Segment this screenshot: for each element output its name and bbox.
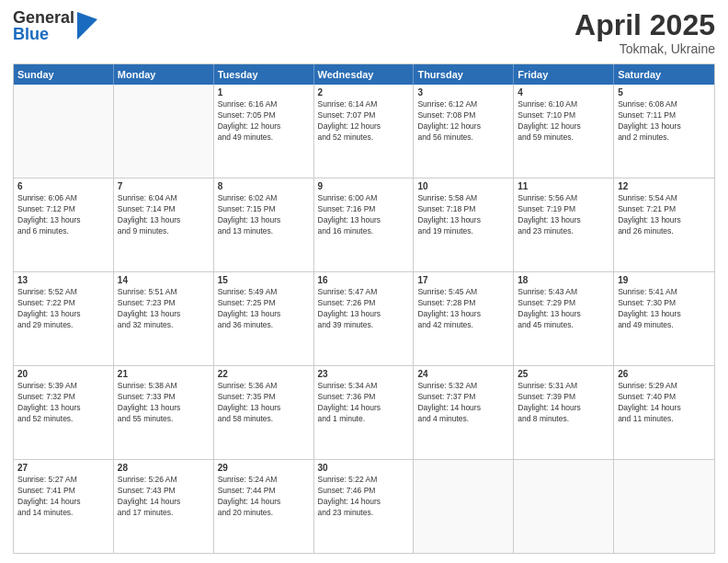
cell-info: Sunrise: 6:14 AM Sunset: 7:07 PM Dayligh… xyxy=(318,99,410,144)
cell-info: Sunrise: 5:24 AM Sunset: 7:44 PM Dayligh… xyxy=(218,475,310,519)
calendar-cell: 16Sunrise: 5:47 AM Sunset: 7:26 PM Dayli… xyxy=(314,272,415,365)
day-number: 2 xyxy=(318,87,410,98)
calendar-cell: 22Sunrise: 5:36 AM Sunset: 7:35 PM Dayli… xyxy=(214,366,314,459)
day-number: 26 xyxy=(618,369,711,379)
cell-info: Sunrise: 6:12 AM Sunset: 7:08 PM Dayligh… xyxy=(417,99,509,144)
day-number: 29 xyxy=(218,463,310,473)
calendar-cell: 27Sunrise: 5:27 AM Sunset: 7:41 PM Dayli… xyxy=(14,460,114,553)
calendar-cell: 17Sunrise: 5:45 AM Sunset: 7:28 PM Dayli… xyxy=(414,272,514,365)
calendar-cell: 19Sunrise: 5:41 AM Sunset: 7:30 PM Dayli… xyxy=(614,272,714,365)
calendar-cell: 15Sunrise: 5:49 AM Sunset: 7:25 PM Dayli… xyxy=(214,272,314,365)
day-number: 23 xyxy=(318,369,410,379)
cell-info: Sunrise: 5:56 AM Sunset: 7:19 PM Dayligh… xyxy=(518,193,609,237)
calendar-row: 6Sunrise: 6:06 AM Sunset: 7:12 PM Daylig… xyxy=(14,178,714,272)
title-location: Tokmak, Ukraine xyxy=(574,41,715,56)
cell-info: Sunrise: 5:54 AM Sunset: 7:21 PM Dayligh… xyxy=(618,193,711,237)
calendar-header: SundayMondayTuesdayWednesdayThursdayFrid… xyxy=(14,64,714,85)
day-number: 6 xyxy=(17,181,109,191)
calendar-cell: 18Sunrise: 5:43 AM Sunset: 7:29 PM Dayli… xyxy=(514,272,614,365)
calendar-cell: 12Sunrise: 5:54 AM Sunset: 7:21 PM Dayli… xyxy=(614,178,714,271)
calendar: SundayMondayTuesdayWednesdayThursdayFrid… xyxy=(13,63,715,554)
calendar-cell: 1Sunrise: 6:16 AM Sunset: 7:05 PM Daylig… xyxy=(214,85,314,178)
cell-info: Sunrise: 5:52 AM Sunset: 7:22 PM Dayligh… xyxy=(17,287,109,331)
day-number: 17 xyxy=(417,275,509,285)
calendar-cell: 4Sunrise: 6:10 AM Sunset: 7:10 PM Daylig… xyxy=(514,85,614,178)
calendar-cell: 3Sunrise: 6:12 AM Sunset: 7:08 PM Daylig… xyxy=(414,85,514,178)
cell-info: Sunrise: 5:32 AM Sunset: 7:37 PM Dayligh… xyxy=(417,381,509,425)
calendar-cell xyxy=(614,460,714,553)
day-number: 28 xyxy=(118,463,210,473)
day-number: 25 xyxy=(518,369,609,379)
day-number: 13 xyxy=(17,275,109,285)
calendar-cell: 20Sunrise: 5:39 AM Sunset: 7:32 PM Dayli… xyxy=(14,366,114,459)
day-number: 8 xyxy=(218,181,310,191)
cell-info: Sunrise: 5:49 AM Sunset: 7:25 PM Dayligh… xyxy=(218,287,310,331)
calendar-cell: 23Sunrise: 5:34 AM Sunset: 7:36 PM Dayli… xyxy=(314,366,415,459)
cell-info: Sunrise: 5:47 AM Sunset: 7:26 PM Dayligh… xyxy=(318,287,410,331)
logo-blue: Blue xyxy=(13,26,74,42)
calendar-header-cell: Friday xyxy=(514,64,614,85)
calendar-cell: 9Sunrise: 6:00 AM Sunset: 7:16 PM Daylig… xyxy=(314,178,415,271)
logo: General Blue xyxy=(13,9,97,42)
calendar-row: 1Sunrise: 6:16 AM Sunset: 7:05 PM Daylig… xyxy=(14,85,714,178)
day-number: 20 xyxy=(17,369,109,379)
calendar-cell: 30Sunrise: 5:22 AM Sunset: 7:46 PM Dayli… xyxy=(314,460,415,553)
calendar-cell xyxy=(114,85,214,178)
day-number: 1 xyxy=(218,87,310,98)
calendar-header-cell: Wednesday xyxy=(314,64,415,85)
logo-text: General Blue xyxy=(13,9,74,42)
cell-info: Sunrise: 5:27 AM Sunset: 7:41 PM Dayligh… xyxy=(17,475,109,519)
day-number: 21 xyxy=(118,369,210,379)
calendar-header-cell: Tuesday xyxy=(214,64,314,85)
cell-info: Sunrise: 5:41 AM Sunset: 7:30 PM Dayligh… xyxy=(618,287,711,331)
calendar-cell: 5Sunrise: 6:08 AM Sunset: 7:11 PM Daylig… xyxy=(614,85,714,178)
calendar-row: 13Sunrise: 5:52 AM Sunset: 7:22 PM Dayli… xyxy=(14,272,714,366)
svg-marker-0 xyxy=(77,12,97,40)
cell-info: Sunrise: 5:36 AM Sunset: 7:35 PM Dayligh… xyxy=(218,381,310,425)
logo-icon xyxy=(77,12,97,40)
calendar-cell: 10Sunrise: 5:58 AM Sunset: 7:18 PM Dayli… xyxy=(414,178,514,271)
calendar-row: 27Sunrise: 5:27 AM Sunset: 7:41 PM Dayli… xyxy=(14,460,714,553)
calendar-cell xyxy=(414,460,514,553)
cell-info: Sunrise: 5:51 AM Sunset: 7:23 PM Dayligh… xyxy=(118,287,210,331)
cell-info: Sunrise: 5:29 AM Sunset: 7:40 PM Dayligh… xyxy=(618,381,711,425)
cell-info: Sunrise: 5:43 AM Sunset: 7:29 PM Dayligh… xyxy=(518,287,609,331)
calendar-cell: 8Sunrise: 6:02 AM Sunset: 7:15 PM Daylig… xyxy=(214,178,314,271)
calendar-cell: 2Sunrise: 6:14 AM Sunset: 7:07 PM Daylig… xyxy=(314,85,415,178)
calendar-cell: 11Sunrise: 5:56 AM Sunset: 7:19 PM Dayli… xyxy=(514,178,614,271)
day-number: 24 xyxy=(417,369,509,379)
cell-info: Sunrise: 6:06 AM Sunset: 7:12 PM Dayligh… xyxy=(17,193,109,237)
calendar-header-cell: Saturday xyxy=(614,64,714,85)
day-number: 3 xyxy=(417,87,509,98)
day-number: 22 xyxy=(218,369,310,379)
cell-info: Sunrise: 6:04 AM Sunset: 7:14 PM Dayligh… xyxy=(118,193,210,237)
calendar-cell xyxy=(14,85,114,178)
calendar-header-cell: Thursday xyxy=(414,64,514,85)
cell-info: Sunrise: 6:02 AM Sunset: 7:15 PM Dayligh… xyxy=(218,193,310,237)
cell-info: Sunrise: 5:26 AM Sunset: 7:43 PM Dayligh… xyxy=(118,475,210,519)
calendar-cell: 28Sunrise: 5:26 AM Sunset: 7:43 PM Dayli… xyxy=(114,460,214,553)
calendar-cell: 26Sunrise: 5:29 AM Sunset: 7:40 PM Dayli… xyxy=(614,366,714,459)
cell-info: Sunrise: 6:08 AM Sunset: 7:11 PM Dayligh… xyxy=(618,99,711,144)
day-number: 19 xyxy=(618,275,711,285)
calendar-body: 1Sunrise: 6:16 AM Sunset: 7:05 PM Daylig… xyxy=(14,85,714,553)
day-number: 9 xyxy=(318,181,410,191)
cell-info: Sunrise: 5:31 AM Sunset: 7:39 PM Dayligh… xyxy=(518,381,609,425)
cell-info: Sunrise: 5:45 AM Sunset: 7:28 PM Dayligh… xyxy=(417,287,509,331)
calendar-row: 20Sunrise: 5:39 AM Sunset: 7:32 PM Dayli… xyxy=(14,366,714,460)
title-block: April 2025 Tokmak, Ukraine xyxy=(574,9,715,56)
calendar-cell: 6Sunrise: 6:06 AM Sunset: 7:12 PM Daylig… xyxy=(14,178,114,271)
cell-info: Sunrise: 5:58 AM Sunset: 7:18 PM Dayligh… xyxy=(417,193,509,237)
day-number: 4 xyxy=(518,87,609,98)
calendar-cell: 21Sunrise: 5:38 AM Sunset: 7:33 PM Dayli… xyxy=(114,366,214,459)
day-number: 5 xyxy=(618,87,711,98)
header: General Blue April 2025 Tokmak, Ukraine xyxy=(13,9,715,56)
calendar-cell: 25Sunrise: 5:31 AM Sunset: 7:39 PM Dayli… xyxy=(514,366,614,459)
day-number: 16 xyxy=(318,275,410,285)
day-number: 11 xyxy=(518,181,609,191)
cell-info: Sunrise: 6:00 AM Sunset: 7:16 PM Dayligh… xyxy=(318,193,410,237)
cell-info: Sunrise: 5:22 AM Sunset: 7:46 PM Dayligh… xyxy=(318,475,410,519)
calendar-cell: 14Sunrise: 5:51 AM Sunset: 7:23 PM Dayli… xyxy=(114,272,214,365)
page: General Blue April 2025 Tokmak, Ukraine … xyxy=(0,0,728,563)
cell-info: Sunrise: 6:10 AM Sunset: 7:10 PM Dayligh… xyxy=(518,99,609,144)
